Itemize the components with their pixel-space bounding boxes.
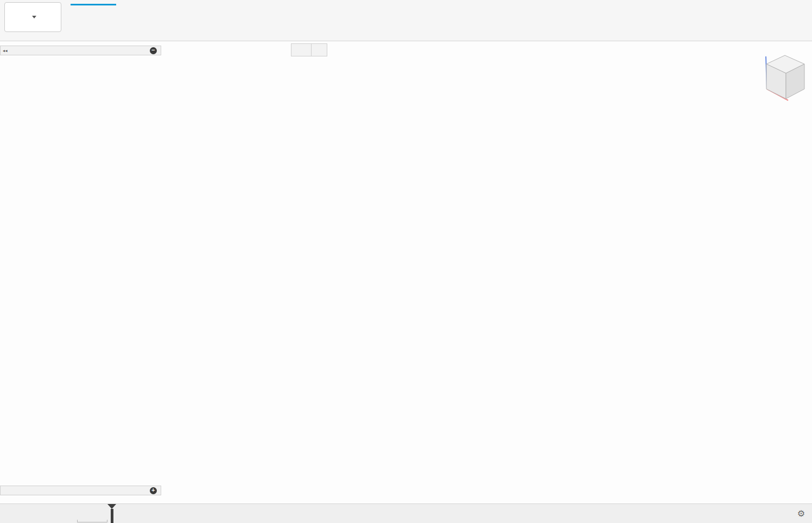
- comments-header[interactable]: ◂◂ +: [0, 486, 161, 495]
- add-comment-icon[interactable]: +: [150, 487, 157, 494]
- viewcube[interactable]: [752, 42, 812, 113]
- ribbon: [0, 0, 812, 41]
- timeline-position-marker[interactable]: [107, 504, 117, 523]
- timeline-bar: ⚙: [0, 503, 812, 523]
- gear-icon[interactable]: ⚙: [797, 508, 805, 519]
- timeline-group-bracket: [77, 520, 107, 522]
- collapse-panel-icon[interactable]: ◂◂: [3, 48, 8, 53]
- active-tab-underline: [71, 4, 116, 5]
- navigator-panel: ◂◂ −: [0, 46, 161, 55]
- minimize-icon[interactable]: −: [150, 47, 157, 54]
- workspace-selector[interactable]: [4, 2, 61, 32]
- navigator-header[interactable]: ◂◂ −: [0, 46, 161, 55]
- divider: [311, 44, 312, 56]
- chevron-down-icon: [32, 16, 36, 18]
- comments-panel: ◂◂ +: [0, 486, 161, 495]
- fusion-app: { "ribbon": { "tabs": [ {"label": "SOLID…: [0, 0, 812, 523]
- unsaved-warning-bar: [291, 43, 327, 56]
- 3d-viewport[interactable]: [0, 0, 812, 523]
